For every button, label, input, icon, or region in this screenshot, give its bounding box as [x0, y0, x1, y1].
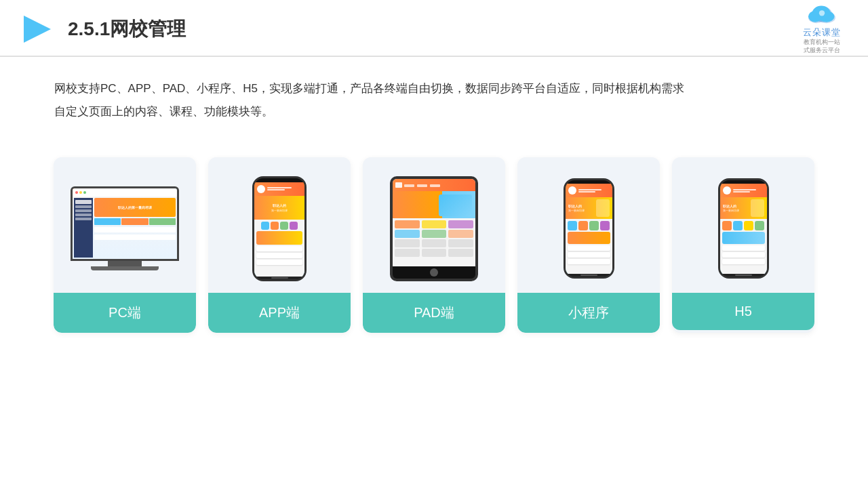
miniprogram-label-button[interactable]: 小程序: [517, 293, 660, 333]
pc-image-area: 职达人的第一量岗培课: [54, 157, 196, 293]
miniprogram-phone-mockup: 职达人的 第一量岗培课: [564, 178, 614, 279]
h5-phone-mockup: 职达人的 第一量岗培课: [718, 178, 769, 279]
page-header: 2.5.1网校管理 云朵课堂 教育机构一站式服务云平台: [0, 0, 868, 57]
app-image-area: 职达人的 第一量岗培课: [208, 157, 351, 293]
pad-label-button[interactable]: PAD端: [363, 293, 505, 333]
brand-tagline: 教育机构一站式服务云平台: [804, 39, 840, 54]
svg-point-7: [819, 10, 825, 16]
device-card-pc: 职达人的第一量岗培课: [54, 157, 196, 333]
app-label-button[interactable]: APP端: [208, 293, 351, 333]
svg-marker-0: [24, 16, 51, 43]
pc-mockup: 职达人的第一量岗培课: [67, 186, 182, 270]
app-phone-mockup: 职达人的 第一量岗培课: [252, 176, 307, 281]
device-card-h5: 职达人的 第一量岗培课: [672, 157, 814, 333]
pad-tablet-mockup: [390, 176, 478, 281]
pad-image-area: [363, 157, 505, 293]
device-card-miniprogram: 职达人的 第一量岗培课: [517, 157, 660, 333]
brand-cloud-icon: [805, 1, 839, 25]
pc-label-button[interactable]: PC端: [54, 293, 196, 333]
brand-logo: 云朵课堂 教育机构一站式服务云平台: [803, 1, 841, 54]
description-text: 网校支持PC、APP、PAD、小程序、H5，实现多端打通，产品各终端自由切换，数…: [0, 57, 746, 137]
logo-arrow-icon: [20, 12, 54, 46]
device-card-pad: PAD端: [363, 157, 505, 333]
h5-label-button[interactable]: H5: [672, 293, 814, 330]
h5-image-area: 职达人的 第一量岗培课: [672, 157, 814, 293]
device-card-app: 职达人的 第一量岗培课: [208, 157, 351, 333]
page-title: 2.5.1网校管理: [68, 16, 186, 42]
device-cards-container: 职达人的第一量岗培课: [0, 144, 868, 333]
brand-name: 云朵课堂: [803, 26, 841, 39]
miniprogram-image-area: 职达人的 第一量岗培课: [517, 157, 660, 293]
